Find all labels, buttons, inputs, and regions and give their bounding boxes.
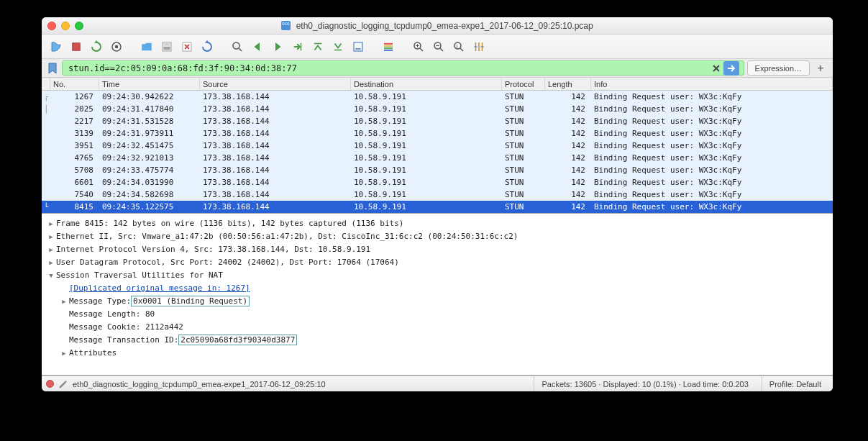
packet-list-pane: No. Time Source Destination Protocol Len…	[42, 78, 833, 214]
svg-line-27	[460, 48, 463, 51]
detail-attributes[interactable]: Attributes	[46, 346, 828, 359]
packet-row[interactable]: ┌126709:24:30.942622173.38.168.14410.58.…	[42, 91, 833, 103]
detail-ip[interactable]: Internet Protocol Version 4, Src: 173.38…	[46, 242, 828, 255]
status-bar: eth0_diagnostic_logging_tcpdump0_emea-ex…	[42, 376, 833, 391]
filter-bookmark-icon[interactable]	[46, 60, 59, 76]
status-file-label: eth0_diagnostic_logging_tcpdump0_emea-ex…	[73, 380, 326, 388]
svg-point-2	[115, 45, 119, 48]
go-back-button[interactable]	[249, 38, 266, 55]
svg-line-24	[440, 48, 443, 51]
go-forward-button[interactable]	[269, 38, 286, 55]
titlebar: eth0_diagnostic_logging_tcpdump0_emea-ex…	[42, 17, 833, 35]
capture-options-button[interactable]	[108, 38, 125, 55]
svg-rect-18	[384, 49, 393, 50]
svg-line-9	[239, 48, 242, 51]
packet-row[interactable]: 660109:24:34.031990173.38.168.14410.58.9…	[42, 176, 833, 188]
start-capture-button[interactable]	[47, 38, 65, 55]
svg-text:1: 1	[456, 43, 459, 47]
detail-frame[interactable]: Frame 8415: 142 bytes on wire (1136 bits…	[46, 217, 828, 229]
packet-row[interactable]: 313909:24:31.973911173.38.168.14410.58.9…	[42, 127, 833, 140]
column-header-source[interactable]: Source	[200, 78, 351, 90]
column-header-info[interactable]: Info	[591, 78, 833, 90]
save-file-button[interactable]	[158, 38, 175, 55]
window-title-text: eth0_diagnostic_logging_tcpdump0_emea-ex…	[296, 21, 593, 31]
find-packet-button[interactable]	[229, 38, 246, 55]
detail-udp[interactable]: User Datagram Protocol, Src Port: 24002 …	[46, 255, 828, 268]
auto-scroll-button[interactable]	[350, 38, 367, 55]
packet-row[interactable]: 754009:24:34.582698173.38.168.14410.58.9…	[42, 188, 833, 201]
packet-row[interactable]: 221709:24:31.531528173.38.168.14410.58.9…	[42, 115, 833, 127]
expression-button[interactable]: Expression…	[747, 60, 810, 76]
colorize-button[interactable]	[380, 38, 397, 55]
packet-row[interactable]: 570809:24:33.475774173.38.168.14410.58.9…	[42, 164, 833, 176]
packet-row[interactable]: │202509:24:31.417840173.38.168.14410.58.…	[42, 103, 833, 115]
status-packets: Packets: 13605 · Displayed: 10 (0.1%) · …	[534, 376, 755, 391]
svg-rect-16	[384, 45, 393, 46]
detail-message-type[interactable]: Message Type: 0x0001 (Binding Request)	[46, 294, 828, 307]
svg-rect-4	[164, 42, 170, 46]
add-filter-tab-button[interactable]: +	[813, 60, 828, 76]
packet-row[interactable]: 476509:24:32.921013173.38.168.14410.58.9…	[42, 152, 833, 164]
edit-capture-comment-icon[interactable]	[58, 379, 68, 389]
main-toolbar: 1	[42, 35, 833, 59]
restart-capture-button[interactable]	[88, 38, 105, 55]
display-filter-bar: Expression… +	[42, 59, 833, 78]
expert-info-icon[interactable]	[46, 380, 54, 388]
zoom-out-button[interactable]	[430, 38, 447, 55]
svg-rect-6	[164, 48, 170, 50]
detail-message-cookie[interactable]: Message Cookie: 2112a442	[46, 320, 828, 333]
display-filter-input[interactable]	[67, 63, 711, 74]
status-profile[interactable]: Profile: Default	[762, 376, 828, 391]
stop-capture-button[interactable]	[68, 38, 85, 55]
svg-rect-15	[384, 42, 393, 44]
packet-row[interactable]: 395109:24:32.451475173.38.168.14410.58.9…	[42, 140, 833, 152]
open-file-button[interactable]	[138, 38, 155, 55]
detail-ethernet[interactable]: Ethernet II, Src: Vmware_a1:47:2b (00:50…	[46, 229, 828, 242]
packet-details-pane: Frame 8415: 142 bytes on wire (1136 bits…	[42, 214, 833, 376]
filter-apply-icon[interactable]	[723, 61, 739, 76]
app-window: eth0_diagnostic_logging_tcpdump0_emea-ex…	[42, 17, 833, 391]
close-file-button[interactable]	[178, 38, 196, 55]
svg-rect-17	[384, 47, 393, 48]
packet-row[interactable]: └841509:24:35.122575173.38.168.14410.58.…	[42, 201, 833, 213]
display-filter-field[interactable]	[62, 60, 744, 76]
column-header-no[interactable]: No.	[50, 78, 99, 90]
svg-line-20	[420, 48, 423, 51]
column-header-protocol[interactable]: Protocol	[502, 78, 545, 90]
resize-columns-button[interactable]	[470, 38, 488, 55]
detail-transaction-id[interactable]: Message Transaction ID: 2c05090a68fd3f90…	[46, 333, 828, 346]
window-title: eth0_diagnostic_logging_tcpdump0_emea-ex…	[42, 21, 833, 31]
zoom-reset-button[interactable]: 1	[450, 38, 467, 55]
column-header-time[interactable]: Time	[99, 78, 200, 90]
detail-message-length[interactable]: Message Length: 80	[46, 307, 828, 320]
detail-duplicated-link[interactable]: [Duplicated original message in: 1267]	[46, 281, 828, 294]
filter-clear-icon[interactable]	[711, 63, 722, 74]
go-to-last-button[interactable]	[329, 38, 347, 55]
svg-rect-5	[164, 47, 170, 48]
detail-stun[interactable]: Session Traversal Utilities for NAT	[46, 268, 828, 281]
zoom-in-button[interactable]	[410, 38, 427, 55]
column-header-length[interactable]: Length	[545, 78, 591, 90]
pcap-file-icon	[281, 21, 291, 30]
go-to-first-button[interactable]	[309, 38, 326, 55]
svg-rect-0	[73, 42, 81, 50]
go-to-packet-button[interactable]	[289, 38, 306, 55]
svg-point-8	[233, 42, 239, 49]
column-header-destination[interactable]: Destination	[351, 78, 502, 90]
reload-file-button[interactable]	[198, 38, 216, 55]
svg-rect-13	[354, 42, 362, 51]
packet-list-header[interactable]: No. Time Source Destination Protocol Len…	[42, 78, 833, 91]
